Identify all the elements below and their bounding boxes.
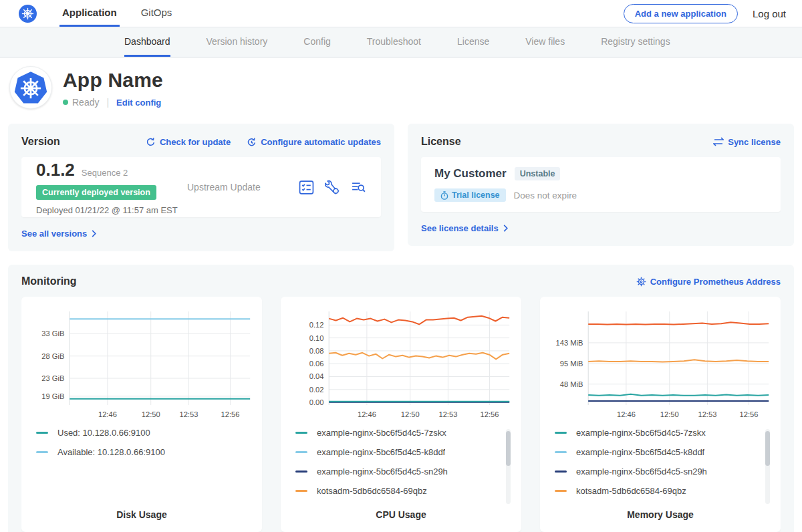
chart-card-disk-usage: 33 GiB28 GiB23 GiB19 GiB12:4612:5012:531… <box>21 297 262 532</box>
kubernetes-logo-icon <box>19 5 37 23</box>
currently-deployed-badge: Currently deployed version <box>36 185 156 200</box>
subnav-tab-config[interactable]: Config <box>303 27 330 57</box>
svg-text:12:56: 12:56 <box>739 410 758 418</box>
chart-legend: Used: 10.128.0.66:9100 Available: 10.128… <box>36 428 254 507</box>
svg-text:12:46: 12:46 <box>98 410 117 418</box>
chevron-right-icon <box>503 225 509 232</box>
sync-license-link[interactable]: Sync license <box>713 137 781 147</box>
svg-text:12:46: 12:46 <box>617 410 636 418</box>
see-all-versions-link[interactable]: See all versions <box>21 229 97 239</box>
legend-item[interactable]: Available: 10.128.0.66:9100 <box>36 447 234 457</box>
current-version-row: 0.1.2 Sequence 2 Currently deployed vers… <box>21 157 381 217</box>
add-application-button[interactable]: Add a new application <box>624 4 738 23</box>
legend-item[interactable]: Used: 10.128.0.66:9100 <box>36 428 234 438</box>
subnav-tab-license[interactable]: License <box>457 27 489 57</box>
license-card: License Sync license My Customer Unstabl… <box>408 124 794 246</box>
svg-text:143 MiB: 143 MiB <box>555 339 583 347</box>
svg-text:23 GiB: 23 GiB <box>41 374 64 382</box>
preflight-checks-icon[interactable] <box>299 180 314 195</box>
chart-title: Disk Usage <box>29 509 254 523</box>
subnav-tab-registry-settings[interactable]: Registry settings <box>601 27 670 57</box>
subnav-tab-version-history[interactable]: Version history <box>207 27 268 57</box>
legend-color-dash <box>36 451 48 453</box>
chart-card-memory-usage: 143 MiB95 MiB48 MiB12:4612:5012:5312:56 … <box>540 297 781 532</box>
status-divider: | <box>106 97 109 108</box>
edit-config-link[interactable]: Edit config <box>116 98 161 108</box>
kubernetes-app-icon <box>13 70 49 106</box>
legend-item[interactable]: example-nginx-5bc6f5d4c5-7zskx <box>555 428 753 438</box>
topnav-tab-gitops[interactable]: GitOps <box>138 0 175 27</box>
version-sequence: Sequence 2 <box>82 168 128 178</box>
svg-text:12:46: 12:46 <box>358 410 376 418</box>
line-chart: 33 GiB28 GiB23 GiB19 GiB12:4612:5012:531… <box>29 306 254 421</box>
line-chart: 143 MiB95 MiB48 MiB12:4612:5012:5312:56 <box>548 306 773 421</box>
svg-text:0.04: 0.04 <box>309 372 324 380</box>
legend-item[interactable]: example-nginx-5bc6f5d4c5-sn29h <box>295 467 493 477</box>
line-chart: 0.120.100.080.060.040.020.0012:4612:5012… <box>289 306 513 421</box>
svg-text:12:53: 12:53 <box>179 410 198 418</box>
legend-color-dash <box>555 471 567 473</box>
legend-item[interactable]: example-nginx-5bc6f5d4c5-7zskx <box>295 428 493 438</box>
legend-item[interactable]: kotsadm-5db6dc6584-69qbz <box>295 486 493 496</box>
svg-text:12:53: 12:53 <box>438 410 457 418</box>
version-number: 0.1.2 <box>36 160 75 180</box>
config-wrench-icon[interactable] <box>325 180 340 195</box>
svg-text:12:56: 12:56 <box>221 410 239 418</box>
app-logo <box>9 66 52 109</box>
configure-automatic-updates-link[interactable]: Configure automatic updates <box>247 137 381 147</box>
chart-row: 33 GiB28 GiB23 GiB19 GiB12:4612:5012:531… <box>21 297 781 532</box>
version-card: Version Check for update Configure au <box>8 124 394 251</box>
legend-color-dash <box>555 451 567 453</box>
svg-text:33 GiB: 33 GiB <box>41 329 64 338</box>
legend-color-dash <box>555 490 567 492</box>
license-details-row: My Customer Unstable Trial license Does … <box>421 157 781 212</box>
sync-arrows-icon <box>713 137 724 146</box>
status-dot-ready <box>63 100 68 105</box>
status-text: Ready <box>72 97 99 108</box>
subnav-tab-dashboard[interactable]: Dashboard <box>124 27 170 57</box>
chart-legend: example-nginx-5bc6f5d4c5-7zskx example-n… <box>295 428 513 507</box>
svg-text:12:50: 12:50 <box>401 410 420 418</box>
svg-text:28 GiB: 28 GiB <box>41 352 64 360</box>
legend-item[interactable]: example-nginx-5bc6f5d4c5-k8ddf <box>295 447 493 457</box>
see-license-details-link[interactable]: See license details <box>421 223 509 233</box>
logout-button[interactable]: Log out <box>753 8 786 19</box>
legend-color-dash <box>295 490 307 492</box>
svg-text:0.10: 0.10 <box>309 334 324 342</box>
svg-text:12:50: 12:50 <box>660 410 679 418</box>
chart-legend: example-nginx-5bc6f5d4c5-7zskx example-n… <box>555 428 773 507</box>
topnav-tab-application[interactable]: Application <box>59 0 120 27</box>
legend-color-dash <box>295 432 307 434</box>
check-for-update-link[interactable]: Check for update <box>146 137 231 147</box>
svg-text:0.08: 0.08 <box>309 347 324 355</box>
configure-prometheus-link[interactable]: Configure Prometheus Address <box>636 277 781 287</box>
channel-badge: Unstable <box>515 167 561 180</box>
trial-license-badge: Trial license <box>434 188 506 202</box>
kubernetes-logo[interactable] <box>19 0 37 27</box>
refresh-icon <box>146 137 156 147</box>
legend-item[interactable]: example-nginx-5bc6f5d4c5-sn29h <box>555 467 753 477</box>
license-card-title: License <box>421 136 461 148</box>
svg-text:48 MiB: 48 MiB <box>560 380 583 388</box>
svg-text:0.02: 0.02 <box>309 386 324 394</box>
legend-item[interactable]: example-nginx-5bc6f5d4c5-k8ddf <box>555 447 753 457</box>
view-diff-icon[interactable] <box>351 180 366 195</box>
monitoring-section: Monitoring Configure Prometheus Address … <box>8 265 794 532</box>
svg-text:0.12: 0.12 <box>309 321 324 329</box>
svg-text:12:56: 12:56 <box>480 410 499 418</box>
deployed-timestamp: Deployed 01/21/22 @ 11:57 am EST <box>36 205 182 215</box>
gear-icon <box>636 277 646 287</box>
subnav-tab-view-files[interactable]: View files <box>525 27 565 57</box>
license-expiry: Does not expire <box>514 190 577 201</box>
subnav-tab-troubleshoot[interactable]: Troubleshoot <box>367 27 421 57</box>
legend-color-dash <box>295 451 307 453</box>
legend-item[interactable]: kotsadm-5db6dc6584-69qbz <box>555 486 753 496</box>
legend-scrollbar-thumb[interactable] <box>506 431 511 466</box>
legend-scrollbar-thumb[interactable] <box>765 431 770 466</box>
svg-text:12:50: 12:50 <box>142 410 160 418</box>
svg-text:19 GiB: 19 GiB <box>41 392 64 400</box>
legend-color-dash <box>555 432 567 434</box>
version-card-title: Version <box>21 136 60 148</box>
svg-text:0.06: 0.06 <box>309 360 324 368</box>
legend-color-dash <box>36 432 48 434</box>
